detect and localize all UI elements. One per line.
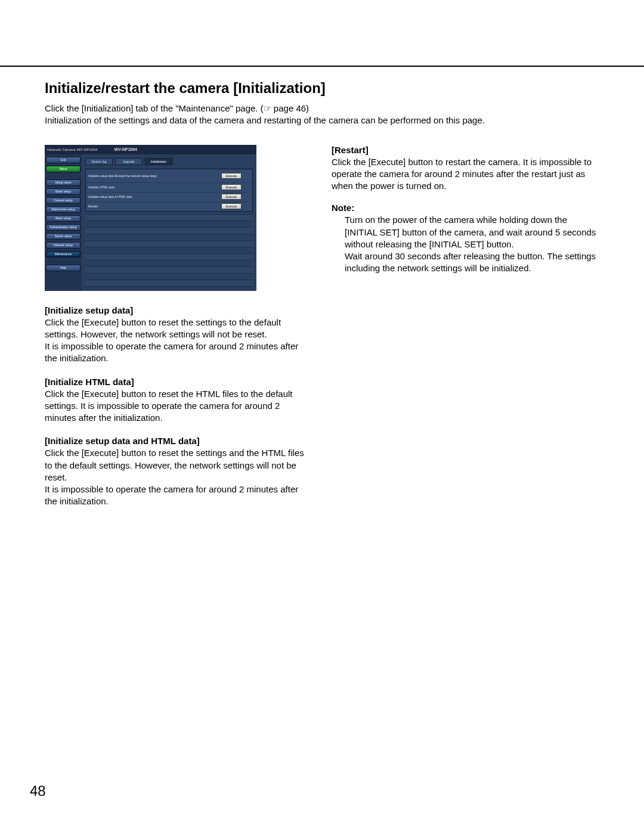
item-init-both-title: [Initialize setup data and HTML data] (45, 436, 310, 446)
ss-help-button[interactable]: Help (46, 265, 80, 271)
ss-alarm-button[interactable]: Alarm setup (46, 215, 80, 222)
ss-auth-button[interactable]: Authentication setup (46, 224, 80, 231)
ss-panel: Initialize setup data (Except the networ… (85, 169, 253, 212)
item-init-both-p1: Click the [Execute] button to reset the … (45, 447, 310, 483)
ss-tab-upgrade[interactable]: Upgrade (115, 158, 143, 165)
ss-setup-button[interactable]: Setup (46, 166, 80, 172)
ss-brand: Network Camera WV-NP1004 (47, 148, 98, 151)
right-column: [Restart] Click the [Execute] button to … (332, 145, 599, 520)
ss-stripes (85, 214, 253, 287)
ss-model: WV-NP1004 (114, 147, 138, 151)
spacer (46, 260, 80, 262)
item-init-both-body: Click the [Execute] button to reset the … (45, 447, 310, 507)
ss-execute-restart[interactable]: Execute (221, 203, 242, 209)
note-body: Turn on the power of the camera while ho… (332, 214, 599, 274)
item-init-html-p1: Click the [Execute] button to reset the … (45, 388, 310, 424)
item-init-html-title: [Initialize HTML data] (45, 377, 310, 387)
note-title: Note: (332, 203, 599, 213)
item-restart-title: [Restart] (332, 145, 599, 155)
note-p2: Wait around 30 seconds after releasing t… (345, 250, 599, 275)
ss-main: System log Upgrade Initialization Initia… (82, 154, 256, 291)
ss-label-init-setup: Initialize setup data (Except the networ… (86, 174, 221, 178)
ss-sidebar: Live Setup Setup menu Basic setup Camera… (45, 154, 82, 291)
left-column: Network Camera WV-NP1004 WV-NP1004 Live … (45, 145, 310, 520)
ss-label-restart: Restart (86, 204, 221, 208)
item-init-setup-body: Click the [Execute] button to reset the … (45, 317, 310, 365)
top-rule (0, 66, 644, 67)
ss-tab-initialization[interactable]: Initialization (145, 158, 172, 165)
ss-menu-button[interactable]: Setup menu (46, 179, 80, 186)
two-columns: Network Camera WV-NP1004 WV-NP1004 Live … (45, 145, 599, 520)
ss-camera-button[interactable]: Camera setup (46, 197, 80, 204)
ss-execute-init-html[interactable]: Execute (221, 184, 242, 190)
ss-tab-systemlog[interactable]: System log (85, 158, 113, 165)
ss-row-init-html: Initialize HTML data Execute (86, 182, 252, 192)
item-init-setup-p1: Click the [Execute] button to reset the … (45, 317, 310, 341)
ss-multi-button[interactable]: Multiscreen setup (46, 206, 80, 213)
item-init-html-body: Click the [Execute] button to reset the … (45, 388, 310, 424)
page: Initialize/restart the camera [Initializ… (0, 0, 644, 834)
ss-maintenance-button[interactable]: Maintenance (46, 251, 80, 258)
ss-header: Network Camera WV-NP1004 WV-NP1004 (45, 145, 256, 154)
intro-line-2: Initialization of the settings and data … (45, 114, 599, 126)
item-restart: [Restart] Click the [Execute] button to … (332, 145, 599, 193)
ss-execute-init-both[interactable]: Execute (221, 194, 242, 200)
embedded-screenshot: Network Camera WV-NP1004 WV-NP1004 Live … (45, 145, 256, 291)
ss-label-init-both: Initialize setup data & HTML data (86, 195, 221, 199)
item-init-setup-p2: It is impossible to operate the camera f… (45, 340, 310, 365)
ss-server-button[interactable]: Server setup (46, 233, 80, 240)
ss-basic-button[interactable]: Basic setup (46, 188, 80, 195)
ss-body: Live Setup Setup menu Basic setup Camera… (45, 154, 256, 291)
item-restart-p1: Click the [Execute] button to restart th… (332, 156, 599, 193)
ss-tabs: System log Upgrade Initialization (85, 158, 253, 165)
item-init-setup-title: [Initialize setup data] (45, 305, 310, 315)
ss-row-init-setup: Initialize setup data (Except the networ… (86, 169, 252, 182)
note-p1: Turn on the power of the camera while ho… (345, 214, 599, 250)
item-init-setup: [Initialize setup data] Click the [Execu… (45, 305, 310, 365)
spacer (46, 175, 80, 177)
page-number: 48 (30, 783, 46, 799)
ss-live-button[interactable]: Live (46, 157, 80, 163)
item-restart-body: Click the [Execute] button to restart th… (332, 156, 599, 193)
ss-row-restart: Restart Execute (86, 201, 252, 211)
ss-network-button[interactable]: Network setup (46, 242, 80, 249)
page-title: Initialize/restart the camera [Initializ… (45, 80, 599, 97)
content: Initialize/restart the camera [Initializ… (45, 80, 599, 520)
item-init-both: [Initialize setup data and HTML data] Cl… (45, 436, 310, 507)
item-init-html: [Initialize HTML data] Click the [Execut… (45, 377, 310, 424)
intro-line-1: Click the [Initialization] tab of the "M… (45, 103, 599, 114)
ss-label-init-html: Initialize HTML data (86, 185, 221, 189)
ss-row-init-both: Initialize setup data & HTML data Execut… (86, 192, 252, 201)
item-init-both-p2: It is impossible to operate the camera f… (45, 483, 310, 508)
ss-execute-init-setup[interactable]: Execute (221, 173, 242, 179)
